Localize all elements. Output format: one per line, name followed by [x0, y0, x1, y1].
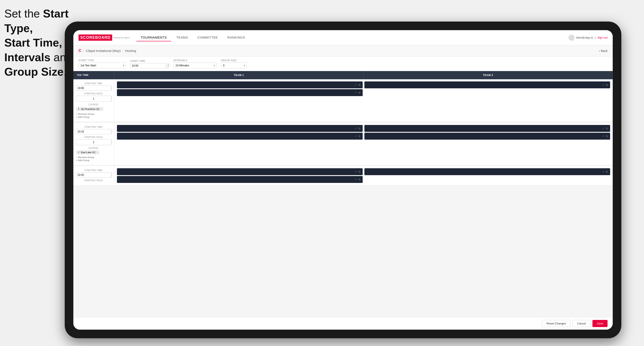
nav-tabs: TOURNAMENTS TEAMS COMMITTEE RANKINGS	[136, 34, 568, 41]
hole-input-2[interactable]	[76, 140, 111, 145]
main-content: STARTING TIME: ⏱ STARTING HOLE: ▲ ▼ COUR…	[73, 79, 613, 317]
px-t1-2-2[interactable]: ×	[355, 135, 357, 138]
clock-icon-2: ⏱	[111, 129, 112, 134]
intervals-select-wrapper[interactable]: 10 Minutes 8 Minutes 12 Minutes	[174, 62, 216, 68]
group-row-1: STARTING TIME: ⏱ STARTING HOLE: ▲ ▼ COUR…	[73, 79, 613, 122]
nav-right: blair@clipp.io | Sign out	[568, 35, 608, 41]
group-size-select[interactable]: 3 2 4	[221, 62, 247, 68]
teams-2: × ⊞ × ⊞ × ⊞ ×	[114, 123, 613, 165]
px-t2-2-1[interactable]: ×	[602, 127, 604, 130]
intervals-group: Intervals 10 Minutes 8 Minutes 12 Minute…	[174, 59, 216, 68]
tab-teams[interactable]: TEAMS	[172, 34, 192, 41]
add-group-icon-1: +	[76, 116, 77, 118]
bottom-bar: Reset Changes Cancel Save	[73, 317, 613, 330]
remove-group-link-1[interactable]: ○ Remove Group	[76, 113, 112, 115]
pr-t2-2-2[interactable]: ⊞	[606, 135, 608, 138]
nav-separator: |	[595, 36, 596, 39]
teams-1: × ⊞ × ⊞ × ⊞	[114, 79, 613, 122]
remove-group-label-2: Remove Group	[78, 156, 94, 159]
clock-icon-3: ⏱	[111, 173, 112, 177]
group-size-label: Group Size	[221, 59, 247, 62]
remove-group-link-2[interactable]: ○ Remove Group	[76, 156, 112, 159]
starting-time-input-wrapper-1: ⏱	[76, 86, 112, 91]
start-type-label: Start Type	[78, 59, 126, 62]
start-type-select[interactable]: 1st Tee Start Shotgun Start	[78, 62, 126, 68]
breadcrumb-sep1: ›	[83, 49, 84, 53]
back-label: Back	[601, 49, 608, 53]
player-x-icon-1-1[interactable]: ×	[355, 83, 357, 86]
starting-time-input-1[interactable]	[76, 86, 111, 90]
px-t1-2-1[interactable]: ×	[355, 127, 357, 130]
player-x-icon-1-2[interactable]: ×	[355, 91, 357, 94]
pr-t1-2-1[interactable]: ⊞	[358, 127, 360, 130]
px-t1-3-1[interactable]: ×	[355, 170, 357, 173]
intervals-select[interactable]: 10 Minutes 8 Minutes 12 Minutes	[174, 62, 216, 68]
course-tag-2: 🏌 East Lake GC ×	[76, 150, 112, 155]
col-tee-time: Tee Time	[73, 71, 114, 79]
px-t2-2-2[interactable]: ×	[602, 135, 604, 138]
start-type-group: Start Type 1st Tee Start Shotgun Start	[78, 59, 126, 68]
starting-time-input-2[interactable]	[76, 129, 111, 134]
player-row-1-2: × ⊞	[117, 89, 363, 96]
starting-time-label-3: STARTING TIME:	[76, 169, 112, 172]
tab-tournaments[interactable]: TOURNAMENTS	[136, 34, 171, 41]
breadcrumb: C › Clippd Invitational (May) › Hosting	[78, 48, 136, 53]
px-t2-3-1[interactable]: ×	[602, 170, 604, 173]
course-icon-1: 🏌	[78, 108, 80, 110]
player-resize-icon-2-1[interactable]: ⊞	[606, 83, 608, 86]
add-group-label-2: Add Group	[78, 159, 89, 162]
hole-down-2[interactable]: ▼	[111, 142, 112, 145]
group-size-group: Group Size 3 2 4	[221, 59, 247, 68]
pr-t1-3-1[interactable]: ⊞	[358, 170, 360, 173]
col-team1: Team 1	[114, 71, 364, 79]
cancel-button[interactable]: Cancel	[572, 320, 590, 327]
group-left-3: STARTING TIME: ⏱ STARTING HOLE:	[73, 166, 114, 185]
reset-button[interactable]: Reset Changes	[542, 320, 570, 327]
start-time-label: Start Time	[130, 60, 169, 62]
hole-input-1[interactable]	[76, 96, 111, 101]
course-name-1: (A) Peachtree GC	[81, 108, 100, 110]
course-tag-1: 🏌 (A) Peachtree GC ×	[76, 107, 112, 112]
course-remove-1[interactable]: ×	[100, 108, 102, 110]
course-remove-2[interactable]: ×	[96, 151, 98, 154]
px-t1-3-2[interactable]: ×	[355, 178, 357, 181]
start-time-input[interactable]	[130, 63, 166, 68]
starting-time-input-wrapper-3: ⏱	[76, 172, 112, 177]
starting-time-label-2: STARTING TIME:	[76, 126, 112, 128]
pr-t2-2-1[interactable]: ⊞	[606, 127, 608, 130]
pr-t2-3-1[interactable]: ⊞	[606, 170, 608, 173]
player-resize-icon-1-1[interactable]: ⊞	[358, 83, 360, 86]
starting-time-input-3[interactable]	[76, 173, 111, 177]
tab-rankings[interactable]: RANKINGS	[223, 34, 250, 41]
settings-bar: Start Type 1st Tee Start Shotgun Start S…	[73, 56, 613, 71]
pr-t1-2-2[interactable]: ⊞	[358, 135, 360, 138]
add-group-label-1: Add Group	[78, 116, 89, 118]
remove-group-icon-2: ○	[76, 156, 78, 159]
group-row-2: STARTING TIME: ⏱ STARTING HOLE: ▲ ▼ COUR…	[73, 123, 613, 166]
clock-icon: ⏱	[166, 63, 169, 68]
sign-out-link[interactable]: Sign out	[597, 36, 608, 39]
player-resize-icon-1-2[interactable]: ⊞	[358, 91, 360, 94]
player-row-t1-2-1: × ⊞	[117, 125, 363, 132]
instruction-bold4: Group Size	[4, 65, 64, 78]
player-x-icon-2-1[interactable]: ×	[602, 83, 604, 86]
tab-committee[interactable]: COMMITTEE	[193, 34, 222, 41]
save-button[interactable]: Save	[592, 320, 608, 327]
breadcrumb-sep2: ›	[122, 49, 124, 53]
remove-group-label-1: Remove Group	[78, 113, 94, 115]
breadcrumb-section: Hosting	[125, 49, 136, 53]
add-group-link-2[interactable]: + Add Group	[76, 159, 112, 162]
pr-t1-3-2[interactable]: ⊞	[358, 178, 360, 181]
breadcrumb-tournament[interactable]: Clippd Invitational (May)	[86, 49, 120, 53]
instruction-bold1: Start Type,	[4, 7, 68, 34]
logo-sub: Powered by clipp.io	[113, 37, 130, 39]
instruction-bold2: Start Time,	[4, 36, 62, 49]
hole-down-1[interactable]: ▼	[111, 99, 112, 101]
starting-hole-label-1: STARTING HOLE:	[76, 92, 112, 95]
group-size-select-wrapper[interactable]: 3 2 4	[221, 62, 247, 68]
start-type-select-wrapper[interactable]: 1st Tee Start Shotgun Start	[78, 62, 126, 68]
hole-up-2[interactable]: ▲	[111, 139, 112, 142]
hole-up-1[interactable]: ▲	[111, 96, 112, 99]
back-button[interactable]: ‹ Back	[599, 49, 608, 53]
add-group-link-1[interactable]: + Add Group	[76, 116, 112, 118]
